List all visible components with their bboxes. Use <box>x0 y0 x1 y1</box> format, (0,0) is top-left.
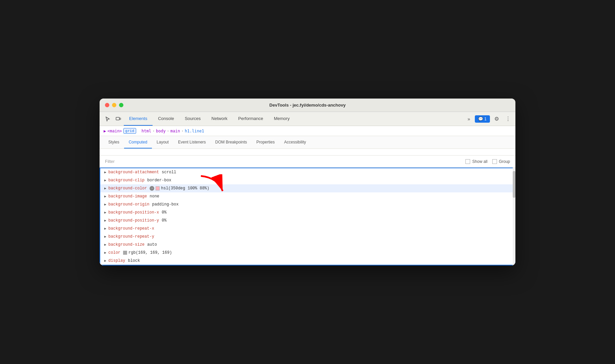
window-title: DevTools - jec.fyi/demo/cds-anchovy <box>269 103 345 108</box>
color-swatch[interactable] <box>156 186 160 190</box>
prop-name: background-repeat-y <box>108 234 154 239</box>
expand-arrow: ▶ <box>104 251 106 255</box>
sub-tab-accessibility[interactable]: Accessibility <box>279 136 311 148</box>
scrollbar[interactable] <box>513 168 515 265</box>
sub-tab-layout[interactable]: Layout <box>152 136 173 148</box>
prop-value: border-box <box>147 178 171 183</box>
expand-arrow: ▶ <box>104 186 106 190</box>
tab-memory[interactable]: Memory <box>269 112 295 126</box>
breadcrumb-bar: ▶ <main> grid html › body › main › h1.li… <box>100 126 515 136</box>
breadcrumb-dom-label: <main> <box>107 129 122 133</box>
prop-value: none <box>150 194 159 199</box>
sub-tabs: Styles Computed Layout Event Listeners D… <box>100 136 515 149</box>
tab-elements[interactable]: Elements <box>124 112 153 126</box>
expand-arrow: ▶ <box>104 178 106 182</box>
group-label: Group <box>499 159 510 164</box>
expand-arrow: ▶ <box>104 259 106 263</box>
prop-name: background-color <box>108 186 147 191</box>
breadcrumb-main[interactable]: main <box>170 129 180 133</box>
expand-arrow: ▶ <box>104 170 106 174</box>
breadcrumb-h1[interactable]: h1.line1 <box>185 129 204 133</box>
tab-network[interactable]: Network <box>206 112 233 126</box>
color-swatch[interactable] <box>123 251 127 255</box>
sub-tab-computed[interactable]: Computed <box>124 136 152 148</box>
expand-arrow: ▶ <box>104 202 106 206</box>
device-icon <box>116 116 121 122</box>
prop-value: block <box>128 258 140 263</box>
breadcrumb-arrow-1: ▶ <box>104 129 106 133</box>
prop-name: background-attachment <box>108 170 159 175</box>
maximize-button[interactable] <box>119 103 123 107</box>
prop-row-background-attachment[interactable]: ▶ background-attachment scroll <box>100 168 515 176</box>
prop-value: padding-box <box>152 202 178 207</box>
filter-options: Show all Group <box>465 159 510 164</box>
tabs-right: » 💬 1 ⚙ ⋮ <box>465 114 513 124</box>
cursor-icon <box>105 116 110 122</box>
sub-tab-event-listeners[interactable]: Event Listeners <box>173 136 211 148</box>
traffic-lights <box>105 103 123 107</box>
properties-wrapper: ▶ background-attachment scroll ▶ backgro… <box>100 168 515 265</box>
expand-arrow: ▶ <box>104 219 106 223</box>
svg-rect-1 <box>120 118 121 120</box>
close-button[interactable] <box>105 103 109 107</box>
prop-name: display <box>108 258 125 263</box>
prop-name: background-position-x <box>108 210 159 215</box>
svg-rect-0 <box>116 117 119 120</box>
prop-row-color[interactable]: ▶ color rgb(169, 169, 169) <box>100 249 515 257</box>
settings-button[interactable]: ⚙ <box>492 114 501 124</box>
expand-arrow: ▶ <box>104 235 106 239</box>
grid-badge[interactable]: grid <box>123 128 136 134</box>
expand-arrow: ▶ <box>104 194 106 198</box>
prop-name: background-image <box>108 194 147 199</box>
chat-badge[interactable]: 💬 1 <box>475 115 490 123</box>
devtools-tabs: Elements Console Sources Network Perform… <box>100 112 515 126</box>
tab-sources[interactable]: Sources <box>179 112 206 126</box>
scrollbar-thumb[interactable] <box>513 171 515 198</box>
show-all-checkbox[interactable] <box>465 159 470 164</box>
prop-row-background-origin[interactable]: ▶ background-origin padding-box <box>100 200 515 208</box>
prop-row-background-color[interactable]: ▶ background-color → hsl(350deg 100% 88%… <box>100 184 515 192</box>
sub-tab-dom-breakpoints[interactable]: DOM Breakpoints <box>211 136 252 148</box>
sub-tab-properties[interactable]: Properties <box>252 136 280 148</box>
inspector-button[interactable] <box>102 114 113 124</box>
prop-name: background-position-y <box>108 218 159 223</box>
more-tabs-button[interactable]: » <box>465 115 473 123</box>
prop-row-background-clip[interactable]: ▶ background-clip border-box <box>100 176 515 184</box>
prop-row-background-position-x[interactable]: ▶ background-position-x 0% <box>100 208 515 217</box>
prop-name: color <box>108 250 120 255</box>
devtools-window: DevTools - jec.fyi/demo/cds-anchovy Elem… <box>100 99 515 265</box>
prop-row-background-image[interactable]: ▶ background-image none <box>100 192 515 200</box>
filter-input[interactable] <box>105 159 172 164</box>
tab-console[interactable]: Console <box>153 112 179 126</box>
sub-tab-styles[interactable]: Styles <box>104 136 124 148</box>
show-all-label: Show all <box>472 159 487 164</box>
prop-row-display[interactable]: ▶ display block <box>100 257 515 265</box>
prop-name: background-origin <box>108 202 149 207</box>
expand-arrow: ▶ <box>104 243 106 247</box>
prop-value: auto <box>147 242 157 247</box>
navigate-icon[interactable]: → <box>150 186 154 191</box>
group-group: Group <box>492 159 510 164</box>
prop-row-background-position-y[interactable]: ▶ background-position-y 0% <box>100 217 515 225</box>
prop-value: rgb(169, 169, 169) <box>128 250 172 255</box>
group-checkbox[interactable] <box>492 159 497 164</box>
filter-bar: Show all Group <box>100 156 515 168</box>
breadcrumb-body[interactable]: body <box>156 129 166 133</box>
prop-row-background-size[interactable]: ▶ background-size auto <box>100 241 515 249</box>
properties-panel: ▶ background-attachment scroll ▶ backgro… <box>100 168 515 265</box>
prop-name: background-clip <box>108 178 145 183</box>
device-toolbar-button[interactable] <box>113 114 124 124</box>
more-options-button[interactable]: ⋮ <box>503 114 513 124</box>
expand-arrow: ▶ <box>104 227 106 231</box>
expand-arrow: ▶ <box>104 210 106 215</box>
minimize-button[interactable] <box>112 103 116 107</box>
tab-performance[interactable]: Performance <box>233 112 268 126</box>
prop-row-background-repeat-x[interactable]: ▶ background-repeat-x <box>100 225 515 233</box>
main-tabs: Elements Console Sources Network Perform… <box>124 112 465 126</box>
spacer <box>100 149 515 156</box>
breadcrumb-html[interactable]: html <box>142 129 151 133</box>
prop-value: hsl(350deg 100% 88%) <box>161 186 209 191</box>
prop-name: background-size <box>108 242 145 247</box>
prop-name: background-repeat-x <box>108 226 154 231</box>
prop-row-background-repeat-y[interactable]: ▶ background-repeat-y <box>100 233 515 241</box>
